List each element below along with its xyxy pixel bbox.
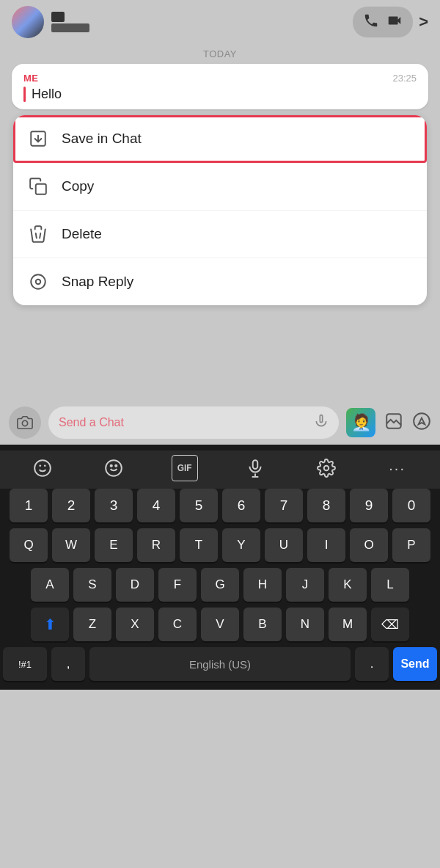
- sticker-icon[interactable]: [384, 412, 403, 434]
- backspace-key[interactable]: ⌫: [371, 608, 409, 641]
- top-bar: >: [0, 0, 440, 44]
- emoji-simple-icon[interactable]: [100, 455, 127, 481]
- key-5[interactable]: 5: [180, 489, 218, 522]
- save-icon: [28, 128, 48, 149]
- mic-icon[interactable]: [314, 414, 329, 431]
- key-s[interactable]: S: [73, 568, 111, 602]
- key-7[interactable]: 7: [265, 489, 303, 522]
- gif-button[interactable]: GIF: [172, 455, 198, 481]
- keyboard-toolbar: GIF ···: [0, 451, 440, 489]
- bottom-input-bar: Send a Chat 🧑‍💼: [0, 401, 440, 445]
- copy-label: Copy: [62, 178, 94, 194]
- today-label: TODAY: [0, 44, 440, 64]
- keyboard-settings-icon[interactable]: [313, 455, 340, 481]
- copy-icon: [28, 176, 48, 197]
- number-row: 1 2 3 4 5 6 7 8 9 0: [3, 489, 437, 522]
- key-f[interactable]: F: [158, 568, 197, 602]
- context-menu-delete[interactable]: Delete: [13, 211, 427, 258]
- key-d[interactable]: D: [116, 568, 154, 602]
- context-menu-snap-reply[interactable]: Snap Reply: [13, 258, 427, 305]
- key-6[interactable]: 6: [222, 489, 260, 522]
- context-menu-copy[interactable]: Copy: [13, 163, 427, 211]
- key-w[interactable]: W: [52, 528, 90, 562]
- key-u[interactable]: U: [265, 528, 303, 562]
- chevron-right-icon[interactable]: >: [419, 12, 428, 32]
- avatar[interactable]: [12, 6, 44, 38]
- message-text: Hello: [32, 87, 62, 102]
- key-k[interactable]: K: [329, 568, 367, 602]
- svg-point-18: [324, 466, 329, 471]
- key-g[interactable]: G: [201, 568, 239, 602]
- rocket-icon[interactable]: [412, 412, 431, 434]
- snap-reply-label: Snap Reply: [62, 274, 133, 290]
- camera-button[interactable]: [9, 406, 41, 439]
- save-in-chat-label: Save in Chat: [62, 131, 142, 147]
- svg-line-3: [36, 233, 37, 238]
- message-header: ME 23:25: [23, 73, 417, 84]
- key-3[interactable]: 3: [95, 489, 133, 522]
- key-e[interactable]: E: [95, 528, 133, 562]
- space-key[interactable]: English (US): [89, 647, 351, 681]
- qwerty-row: Q W E R T Y U I O P: [3, 528, 437, 562]
- red-bar-decoration: [23, 87, 26, 102]
- key-9[interactable]: 9: [350, 489, 388, 522]
- shift-arrow-icon: ⬆: [44, 616, 56, 633]
- key-x[interactable]: X: [116, 608, 154, 641]
- key-8[interactable]: 8: [307, 489, 345, 522]
- key-2[interactable]: 2: [52, 489, 90, 522]
- emoji-face-icon[interactable]: [29, 455, 56, 481]
- delete-icon: [28, 224, 48, 244]
- more-options-icon[interactable]: ···: [384, 455, 411, 481]
- key-o[interactable]: O: [350, 528, 388, 562]
- video-icon[interactable]: [386, 12, 403, 32]
- send-key[interactable]: Send: [393, 647, 437, 681]
- comma-key[interactable]: ,: [51, 647, 85, 681]
- asdf-row: A S D F G H J K L: [3, 568, 437, 602]
- message-bubble: ME 23:25 Hello: [12, 64, 428, 109]
- keyboard-mic-icon[interactable]: [242, 455, 268, 481]
- key-a[interactable]: A: [31, 568, 69, 602]
- key-z[interactable]: Z: [73, 608, 111, 641]
- key-h[interactable]: H: [243, 568, 282, 602]
- bottom-extra-icons: 🧑‍💼: [346, 408, 431, 437]
- svg-point-13: [111, 465, 112, 467]
- action-icons-pill: [353, 7, 413, 37]
- username-icon: [51, 12, 65, 22]
- key-n[interactable]: N: [286, 608, 324, 641]
- svg-line-4: [40, 233, 40, 238]
- snap-reply-icon: [28, 271, 48, 292]
- svg-point-12: [106, 460, 122, 476]
- key-j[interactable]: J: [286, 568, 324, 602]
- bitmoji-sticker[interactable]: 🧑‍💼: [346, 408, 375, 437]
- key-4[interactable]: 4: [137, 489, 175, 522]
- key-0[interactable]: 0: [392, 489, 430, 522]
- special-chars-key[interactable]: !#1: [3, 647, 47, 681]
- period-key[interactable]: .: [355, 647, 389, 681]
- context-menu-save-in-chat[interactable]: Save in Chat: [13, 115, 427, 163]
- top-bar-right: >: [353, 7, 428, 37]
- key-t[interactable]: T: [180, 528, 218, 562]
- key-q[interactable]: Q: [10, 528, 48, 562]
- key-l[interactable]: L: [371, 568, 409, 602]
- key-v[interactable]: V: [201, 608, 239, 641]
- key-r[interactable]: R: [137, 528, 175, 562]
- username-block: [51, 12, 89, 32]
- chat-input-area[interactable]: Send a Chat: [48, 406, 339, 439]
- delete-label: Delete: [62, 226, 102, 242]
- message-sender: ME: [23, 73, 39, 84]
- key-c[interactable]: C: [158, 608, 197, 641]
- key-b[interactable]: B: [243, 608, 282, 641]
- chat-input-placeholder: Send a Chat: [59, 416, 308, 429]
- key-y[interactable]: Y: [222, 528, 260, 562]
- key-m[interactable]: M: [329, 608, 367, 641]
- key-1[interactable]: 1: [10, 489, 48, 522]
- svg-point-14: [115, 465, 117, 467]
- bottom-row: !#1 , English (US) . Send: [3, 647, 437, 681]
- context-menu: Save in Chat Copy Delete: [13, 115, 427, 305]
- key-i[interactable]: I: [307, 528, 345, 562]
- keyboard: GIF ··· 1 2 3 4 5 6 7 8: [0, 445, 440, 690]
- key-p[interactable]: P: [392, 528, 430, 562]
- call-icon[interactable]: [363, 12, 379, 32]
- message-body: Hello: [23, 87, 417, 102]
- shift-key[interactable]: ⬆: [31, 608, 69, 641]
